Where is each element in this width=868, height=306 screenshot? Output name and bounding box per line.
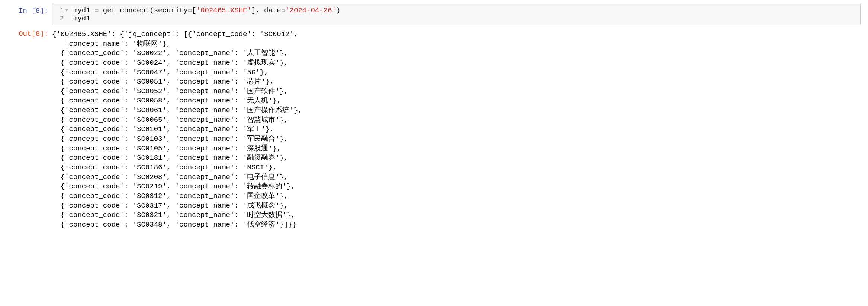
code-line-1: 1 ▼ myd1 = get_concept(security=['002465… bbox=[52, 6, 860, 14]
line-number-gutter: 2 ▼ bbox=[55, 14, 70, 23]
notebook-container: In [8]: 1 ▼ myd1 = get_concept(security=… bbox=[0, 0, 868, 235]
output-prompt: Out[8]: bbox=[7, 27, 52, 230]
output-text: {'002465.XSHE': {'jq_concept': [{'concep… bbox=[52, 27, 861, 230]
code-text[interactable]: myd1 bbox=[70, 14, 90, 23]
code-line-2: 2 ▼ myd1 bbox=[52, 14, 860, 23]
fold-icon[interactable]: ▼ bbox=[65, 8, 68, 13]
input-prompt: In [8]: bbox=[7, 4, 52, 25]
output-cell: Out[8]: {'002465.XSHE': {'jq_concept': [… bbox=[7, 27, 861, 230]
code-text[interactable]: myd1 = get_concept(security=['002465.XSH… bbox=[70, 6, 340, 14]
line-number-gutter: 1 ▼ bbox=[55, 6, 70, 14]
code-input-area[interactable]: 1 ▼ myd1 = get_concept(security=['002465… bbox=[52, 4, 861, 25]
line-number: 2 bbox=[60, 14, 64, 23]
input-cell: In [8]: 1 ▼ myd1 = get_concept(security=… bbox=[7, 4, 861, 25]
line-number: 1 bbox=[60, 6, 64, 14]
